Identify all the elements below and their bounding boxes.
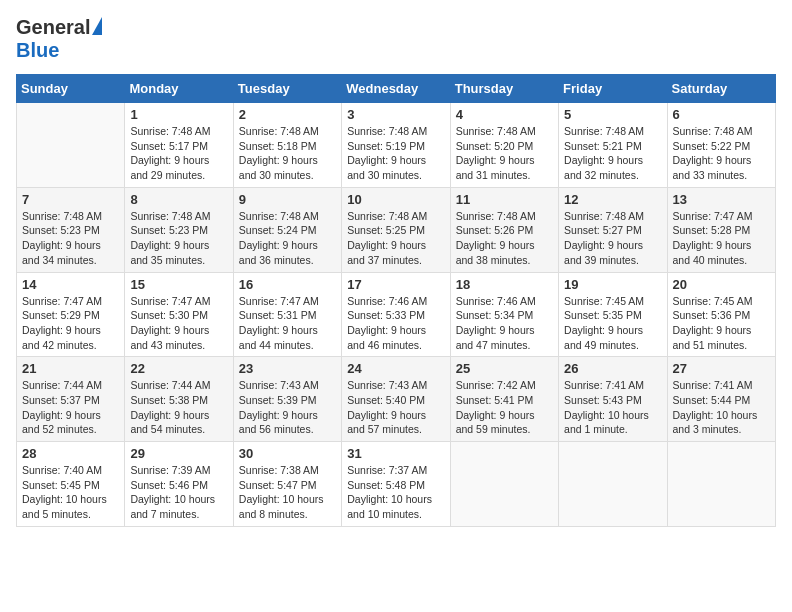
calendar-week-row: 21 Sunrise: 7:44 AM Sunset: 5:37 PM Dayl… [17, 357, 776, 442]
day-number: 22 [130, 361, 227, 376]
sunset-text: Sunset: 5:22 PM [673, 140, 751, 152]
sunrise-text: Sunrise: 7:48 AM [130, 125, 210, 137]
calendar-cell: 30 Sunrise: 7:38 AM Sunset: 5:47 PM Dayl… [233, 442, 341, 527]
day-info: Sunrise: 7:48 AM Sunset: 5:21 PM Dayligh… [564, 124, 661, 183]
day-info: Sunrise: 7:48 AM Sunset: 5:20 PM Dayligh… [456, 124, 553, 183]
calendar-cell: 15 Sunrise: 7:47 AM Sunset: 5:30 PM Dayl… [125, 272, 233, 357]
daylight-text: Daylight: 9 hours and 40 minutes. [673, 239, 752, 266]
sunrise-text: Sunrise: 7:42 AM [456, 379, 536, 391]
day-info: Sunrise: 7:46 AM Sunset: 5:33 PM Dayligh… [347, 294, 444, 353]
sunrise-text: Sunrise: 7:44 AM [22, 379, 102, 391]
day-info: Sunrise: 7:41 AM Sunset: 5:43 PM Dayligh… [564, 378, 661, 437]
sunrise-text: Sunrise: 7:46 AM [347, 295, 427, 307]
sunset-text: Sunset: 5:21 PM [564, 140, 642, 152]
calendar-cell: 20 Sunrise: 7:45 AM Sunset: 5:36 PM Dayl… [667, 272, 775, 357]
calendar-cell: 16 Sunrise: 7:47 AM Sunset: 5:31 PM Dayl… [233, 272, 341, 357]
daylight-text: Daylight: 9 hours and 34 minutes. [22, 239, 101, 266]
day-info: Sunrise: 7:47 AM Sunset: 5:31 PM Dayligh… [239, 294, 336, 353]
sunset-text: Sunset: 5:19 PM [347, 140, 425, 152]
sunrise-text: Sunrise: 7:47 AM [673, 210, 753, 222]
sunrise-text: Sunrise: 7:43 AM [239, 379, 319, 391]
calendar-cell: 25 Sunrise: 7:42 AM Sunset: 5:41 PM Dayl… [450, 357, 558, 442]
day-info: Sunrise: 7:39 AM Sunset: 5:46 PM Dayligh… [130, 463, 227, 522]
weekday-header-sunday: Sunday [17, 75, 125, 103]
day-info: Sunrise: 7:47 AM Sunset: 5:30 PM Dayligh… [130, 294, 227, 353]
sunset-text: Sunset: 5:48 PM [347, 479, 425, 491]
daylight-text: Daylight: 9 hours and 35 minutes. [130, 239, 209, 266]
sunset-text: Sunset: 5:43 PM [564, 394, 642, 406]
sunrise-text: Sunrise: 7:48 AM [239, 125, 319, 137]
day-info: Sunrise: 7:48 AM Sunset: 5:18 PM Dayligh… [239, 124, 336, 183]
daylight-text: Daylight: 9 hours and 51 minutes. [673, 324, 752, 351]
sunset-text: Sunset: 5:27 PM [564, 224, 642, 236]
daylight-text: Daylight: 9 hours and 59 minutes. [456, 409, 535, 436]
day-number: 17 [347, 277, 444, 292]
day-info: Sunrise: 7:44 AM Sunset: 5:37 PM Dayligh… [22, 378, 119, 437]
calendar-cell: 26 Sunrise: 7:41 AM Sunset: 5:43 PM Dayl… [559, 357, 667, 442]
sunset-text: Sunset: 5:18 PM [239, 140, 317, 152]
calendar-cell: 23 Sunrise: 7:43 AM Sunset: 5:39 PM Dayl… [233, 357, 341, 442]
day-info: Sunrise: 7:38 AM Sunset: 5:47 PM Dayligh… [239, 463, 336, 522]
day-number: 8 [130, 192, 227, 207]
calendar-cell: 7 Sunrise: 7:48 AM Sunset: 5:23 PM Dayli… [17, 187, 125, 272]
sunset-text: Sunset: 5:41 PM [456, 394, 534, 406]
sunset-text: Sunset: 5:17 PM [130, 140, 208, 152]
sunset-text: Sunset: 5:30 PM [130, 309, 208, 321]
sunset-text: Sunset: 5:24 PM [239, 224, 317, 236]
sunrise-text: Sunrise: 7:47 AM [130, 295, 210, 307]
sunset-text: Sunset: 5:28 PM [673, 224, 751, 236]
daylight-text: Daylight: 9 hours and 54 minutes. [130, 409, 209, 436]
day-number: 16 [239, 277, 336, 292]
day-info: Sunrise: 7:42 AM Sunset: 5:41 PM Dayligh… [456, 378, 553, 437]
sunrise-text: Sunrise: 7:48 AM [456, 125, 536, 137]
day-number: 9 [239, 192, 336, 207]
daylight-text: Daylight: 9 hours and 46 minutes. [347, 324, 426, 351]
calendar-cell: 11 Sunrise: 7:48 AM Sunset: 5:26 PM Dayl… [450, 187, 558, 272]
day-number: 6 [673, 107, 770, 122]
sunset-text: Sunset: 5:46 PM [130, 479, 208, 491]
daylight-text: Daylight: 9 hours and 32 minutes. [564, 154, 643, 181]
calendar-cell: 21 Sunrise: 7:44 AM Sunset: 5:37 PM Dayl… [17, 357, 125, 442]
calendar-cell: 14 Sunrise: 7:47 AM Sunset: 5:29 PM Dayl… [17, 272, 125, 357]
sunrise-text: Sunrise: 7:48 AM [564, 125, 644, 137]
daylight-text: Daylight: 9 hours and 52 minutes. [22, 409, 101, 436]
daylight-text: Daylight: 9 hours and 57 minutes. [347, 409, 426, 436]
day-info: Sunrise: 7:43 AM Sunset: 5:40 PM Dayligh… [347, 378, 444, 437]
day-number: 2 [239, 107, 336, 122]
sunset-text: Sunset: 5:34 PM [456, 309, 534, 321]
calendar-week-row: 14 Sunrise: 7:47 AM Sunset: 5:29 PM Dayl… [17, 272, 776, 357]
sunrise-text: Sunrise: 7:38 AM [239, 464, 319, 476]
sunrise-text: Sunrise: 7:46 AM [456, 295, 536, 307]
sunrise-text: Sunrise: 7:47 AM [22, 295, 102, 307]
daylight-text: Daylight: 9 hours and 39 minutes. [564, 239, 643, 266]
day-number: 30 [239, 446, 336, 461]
day-number: 20 [673, 277, 770, 292]
sunset-text: Sunset: 5:35 PM [564, 309, 642, 321]
calendar-cell [559, 442, 667, 527]
day-number: 10 [347, 192, 444, 207]
weekday-header-saturday: Saturday [667, 75, 775, 103]
sunrise-text: Sunrise: 7:48 AM [130, 210, 210, 222]
sunrise-text: Sunrise: 7:45 AM [564, 295, 644, 307]
sunset-text: Sunset: 5:36 PM [673, 309, 751, 321]
sunrise-text: Sunrise: 7:41 AM [673, 379, 753, 391]
day-info: Sunrise: 7:37 AM Sunset: 5:48 PM Dayligh… [347, 463, 444, 522]
sunset-text: Sunset: 5:23 PM [22, 224, 100, 236]
logo-general-text: General [16, 16, 90, 39]
day-number: 12 [564, 192, 661, 207]
day-info: Sunrise: 7:48 AM Sunset: 5:27 PM Dayligh… [564, 209, 661, 268]
day-info: Sunrise: 7:48 AM Sunset: 5:19 PM Dayligh… [347, 124, 444, 183]
day-number: 28 [22, 446, 119, 461]
daylight-text: Daylight: 9 hours and 42 minutes. [22, 324, 101, 351]
sunrise-text: Sunrise: 7:48 AM [22, 210, 102, 222]
daylight-text: Daylight: 9 hours and 43 minutes. [130, 324, 209, 351]
logo-blue-text: Blue [16, 39, 59, 62]
day-info: Sunrise: 7:43 AM Sunset: 5:39 PM Dayligh… [239, 378, 336, 437]
daylight-text: Daylight: 9 hours and 33 minutes. [673, 154, 752, 181]
sunrise-text: Sunrise: 7:40 AM [22, 464, 102, 476]
calendar-cell: 13 Sunrise: 7:47 AM Sunset: 5:28 PM Dayl… [667, 187, 775, 272]
weekday-header-monday: Monday [125, 75, 233, 103]
sunrise-text: Sunrise: 7:45 AM [673, 295, 753, 307]
daylight-text: Daylight: 9 hours and 38 minutes. [456, 239, 535, 266]
calendar-cell: 8 Sunrise: 7:48 AM Sunset: 5:23 PM Dayli… [125, 187, 233, 272]
